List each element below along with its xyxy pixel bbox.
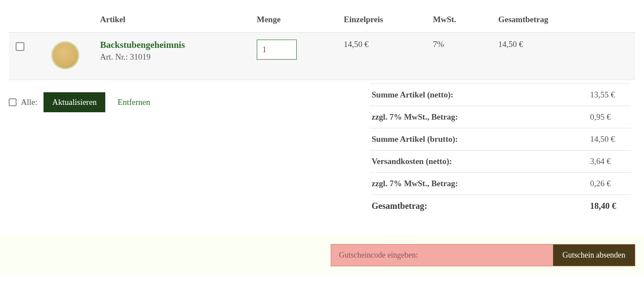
totals-value: 14,50 € <box>590 134 629 144</box>
vat-value: 7% <box>429 33 494 80</box>
totals-label: zzgl. 7% MwSt., Betrag: <box>372 179 458 188</box>
product-image[interactable] <box>51 41 79 69</box>
totals-row: Versandkosten (netto):3,64 € <box>370 150 631 172</box>
grand-total-label: Gesamtbetrag: <box>372 201 427 211</box>
line-total: 14,50 € <box>494 33 635 80</box>
item-checkbox[interactable] <box>16 42 24 51</box>
col-header-unit: Einzelpreis <box>339 9 429 33</box>
col-header-qty: Menge <box>252 9 339 33</box>
col-header-total: Gesamtbetrag <box>494 9 635 33</box>
product-name-link[interactable]: Backstubengeheimnis <box>100 40 185 50</box>
col-header-vat: MwSt. <box>429 9 494 33</box>
totals-value: 13,55 € <box>590 90 629 100</box>
totals-label: zzgl. 7% MwSt., Betrag: <box>372 112 458 122</box>
coupon-section: Gutschein absenden <box>0 235 644 275</box>
totals-value: 3,64 € <box>590 157 629 166</box>
table-header-row: Artikel Menge Einzelpreis MwSt. Gesamtbe… <box>9 9 635 33</box>
col-header-article: Artikel <box>96 9 252 33</box>
cart-table: Artikel Menge Einzelpreis MwSt. Gesamtbe… <box>9 9 635 80</box>
coupon-input[interactable] <box>331 245 553 266</box>
select-all-checkbox[interactable] <box>9 98 17 106</box>
coupon-submit-button[interactable]: Gutschein absenden <box>553 245 635 266</box>
totals-box: Summe Artikel (netto):13,55 €zzgl. 7% Mw… <box>366 80 635 217</box>
grand-total-value: 18,40 € <box>590 201 629 211</box>
totals-label: Summe Artikel (netto): <box>372 90 453 100</box>
totals-row: zzgl. 7% MwSt., Betrag:0,95 € <box>370 106 631 128</box>
totals-value: 0,95 € <box>590 112 629 122</box>
bulk-actions: Alle: Aktualisieren Entfernen <box>9 80 158 112</box>
totals-row: zzgl. 7% MwSt., Betrag:0,26 € <box>370 172 631 194</box>
product-sku: Art. Nr.: 31019 <box>100 52 248 62</box>
remove-button[interactable]: Entfernen <box>110 92 158 112</box>
totals-row: Summe Artikel (netto):13,55 € <box>370 84 631 106</box>
totals-row: Summe Artikel (brutto):14,50 € <box>370 128 631 150</box>
cart-item-row: Backstubengeheimnis Art. Nr.: 31019 14,5… <box>9 33 635 80</box>
totals-label: Summe Artikel (brutto): <box>372 134 458 144</box>
totals-value: 0,26 € <box>590 179 629 188</box>
select-all-label: Alle: <box>21 97 39 107</box>
totals-label: Versandkosten (netto): <box>372 157 452 166</box>
update-button[interactable]: Aktualisieren <box>44 92 105 112</box>
unit-price: 14,50 € <box>339 33 429 80</box>
quantity-input[interactable] <box>257 40 297 60</box>
totals-row-grand: Gesamtbetrag: 18,40 € <box>370 194 631 217</box>
